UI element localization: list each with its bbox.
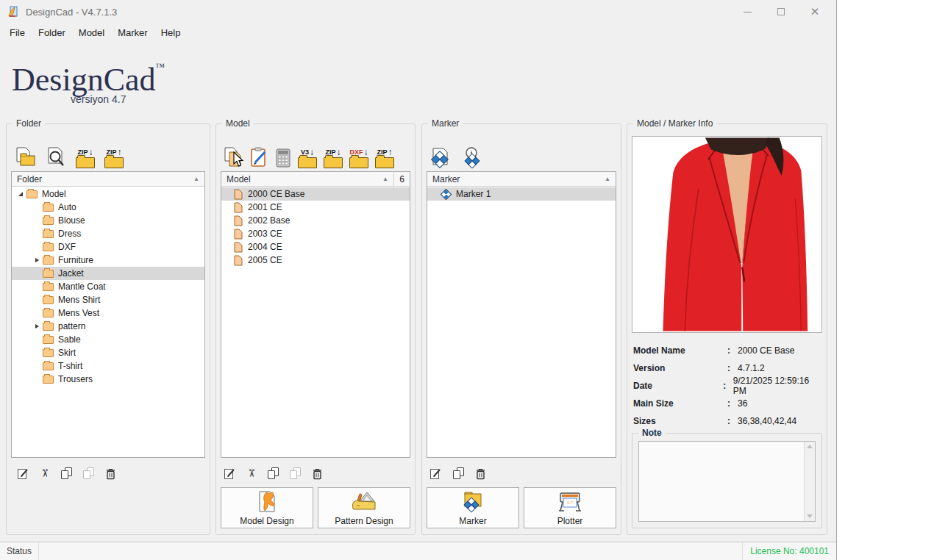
note-input[interactable] xyxy=(638,441,816,522)
tree-item-jacket[interactable]: Jacket xyxy=(12,267,204,280)
menu-bar: File Folder Model Marker Help xyxy=(0,24,836,41)
scroll-down-icon[interactable] xyxy=(807,514,813,518)
close-button[interactable]: ✕ xyxy=(798,0,832,24)
tree-item-skirt[interactable]: Skirt xyxy=(12,346,204,359)
marker-panel-title: Marker xyxy=(428,118,463,129)
minimize-button[interactable] xyxy=(730,0,764,24)
tree-item-auto[interactable]: Auto xyxy=(12,201,204,214)
model-header-label: Model xyxy=(227,174,251,184)
edit-model-button[interactable] xyxy=(249,134,268,168)
rename-icon[interactable] xyxy=(224,467,236,480)
marker-list-header[interactable]: Marker ▲ xyxy=(427,172,616,187)
tree-item-trousers[interactable]: Trousers xyxy=(12,373,204,386)
model-zip-import-button[interactable]: ZIP↓ xyxy=(324,134,343,168)
menu-model[interactable]: Model xyxy=(72,27,111,38)
tree-item-mens-shirt[interactable]: Mens Shirt xyxy=(12,293,204,306)
new-marker-button[interactable] xyxy=(429,134,452,168)
copy-icon[interactable] xyxy=(453,467,464,479)
plotter-button[interactable]: 4.7 Plotter xyxy=(524,487,616,528)
folder-edit-row: ✂ xyxy=(17,466,116,481)
plotter-label: Plotter xyxy=(557,516,583,526)
zip-import-folder-icon xyxy=(76,157,95,168)
tree-item-mantle-coat[interactable]: Mantle Coat xyxy=(12,280,204,293)
folder-icon xyxy=(43,376,54,384)
search-folder-button[interactable] xyxy=(46,134,66,168)
model-item-2005[interactable]: 2005 CE xyxy=(221,254,410,267)
sort-asc-icon[interactable]: ▲ xyxy=(605,176,610,182)
delete-icon[interactable] xyxy=(105,467,116,480)
tree-item-pattern[interactable]: pattern xyxy=(12,320,204,333)
maximize-button[interactable] xyxy=(764,0,798,24)
arrow-down-icon: ↓ xyxy=(337,148,341,156)
logo: DesignCad™ versiyon 4.7 xyxy=(12,62,165,105)
tree-root-model[interactable]: Model xyxy=(12,187,204,201)
tree-item-furniture[interactable]: Furniture xyxy=(12,254,204,267)
model-item-2000[interactable]: 2000 CE Base xyxy=(221,187,410,201)
v3-folder-icon xyxy=(298,157,317,168)
tree-item-blouse[interactable]: Blouse xyxy=(12,214,204,227)
clipboard-edit-icon xyxy=(249,146,268,168)
model-doc-icon xyxy=(234,215,243,226)
model-edit-row: ✂ xyxy=(224,466,323,481)
marker-open-label: Marker xyxy=(459,516,486,526)
status-bar: Status License No: 400101 xyxy=(0,542,836,560)
search-folder-icon xyxy=(46,146,66,168)
tree-item-dress[interactable]: Dress xyxy=(12,227,204,240)
note-scrollbar[interactable] xyxy=(804,442,815,521)
v3-import-button[interactable]: V3↓ xyxy=(298,134,317,168)
collapse-icon[interactable] xyxy=(16,192,25,196)
tree-item-dxf[interactable]: DXF xyxy=(12,240,204,254)
marker-item-1[interactable]: Marker 1 xyxy=(427,187,616,201)
cut-icon[interactable]: ✂ xyxy=(40,469,50,478)
folder-icon xyxy=(43,217,54,225)
marker-info-button[interactable]: i xyxy=(461,134,483,168)
rename-icon[interactable] xyxy=(429,467,442,480)
model-item-2001[interactable]: 2001 CE xyxy=(221,201,410,214)
delete-icon[interactable] xyxy=(312,467,323,480)
marker-diamond-icon xyxy=(441,188,452,200)
tree-item-tshirt[interactable]: T-shirt xyxy=(12,359,204,373)
arrow-up-icon: ↑ xyxy=(118,148,122,156)
tree-root-label: Model xyxy=(42,189,66,199)
model-item-2004[interactable]: 2004 CE xyxy=(221,240,410,254)
model-item-2003[interactable]: 2003 CE xyxy=(221,227,410,240)
menu-folder[interactable]: Folder xyxy=(32,27,72,38)
model-doc-icon xyxy=(234,189,243,200)
sort-asc-icon[interactable]: ▲ xyxy=(382,176,388,182)
expand-icon[interactable] xyxy=(32,258,41,262)
folder-icon xyxy=(43,323,54,331)
title-bar: DesignCad - V4.7.1.3 ✕ xyxy=(0,0,836,24)
folder-list-header[interactable]: Folder ▲ xyxy=(12,172,204,187)
menu-marker[interactable]: Marker xyxy=(111,27,154,38)
model-item-2002[interactable]: 2002 Base xyxy=(221,214,410,227)
tree-item-mens-vest[interactable]: Mens Vest xyxy=(12,306,204,320)
arrow-up-icon: ↑ xyxy=(388,148,393,156)
folder-icon xyxy=(43,309,54,317)
menu-help[interactable]: Help xyxy=(154,27,188,38)
arrow-down-icon: ↓ xyxy=(310,148,314,156)
folder-icon xyxy=(43,296,54,304)
marker-open-button[interactable]: Marker xyxy=(427,487,519,528)
menu-file[interactable]: File xyxy=(3,27,32,38)
folder-zip-export-button[interactable]: ZIP↑ xyxy=(104,134,124,168)
copy-icon[interactable] xyxy=(268,467,279,479)
copy-icon[interactable] xyxy=(61,467,72,479)
scroll-up-icon[interactable] xyxy=(807,445,813,448)
tree-item-sable[interactable]: Sable xyxy=(12,333,204,346)
model-zip-export-button[interactable]: ZIP↑ xyxy=(375,134,394,168)
cut-icon[interactable]: ✂ xyxy=(246,469,257,478)
pattern-design-button[interactable]: Pattern Design xyxy=(318,487,410,528)
red-jacket-image xyxy=(632,137,821,332)
delete-icon[interactable] xyxy=(475,467,486,480)
rename-icon[interactable] xyxy=(17,467,29,480)
new-folder-button[interactable] xyxy=(14,134,36,168)
size-table-button[interactable] xyxy=(275,134,291,168)
model-design-button[interactable]: Model Design xyxy=(221,487,313,528)
model-list-header[interactable]: Model ▲ 6 xyxy=(221,172,410,187)
expand-icon[interactable] xyxy=(32,324,41,329)
dxf-import-button[interactable]: DXF↓ xyxy=(349,134,368,168)
zip-folder-icon xyxy=(324,157,343,168)
arrow-down-icon: ↓ xyxy=(89,148,93,156)
folder-zip-import-button[interactable]: ZIP↓ xyxy=(76,134,95,168)
sort-asc-icon[interactable]: ▲ xyxy=(193,176,199,182)
